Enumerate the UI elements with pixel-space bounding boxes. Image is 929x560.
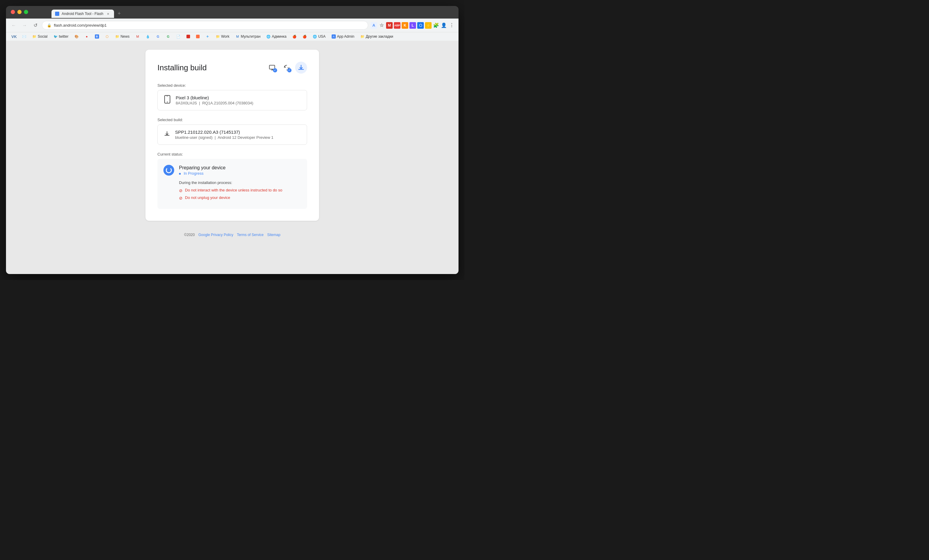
bookmark-news-label: News	[121, 34, 130, 38]
bookmark-usa-label: USA	[318, 34, 326, 38]
privacy-link[interactable]: Google Privacy Policy	[198, 233, 233, 237]
tabs-bar: Android Flash Tool - Flash ✕ +	[52, 9, 124, 18]
bookmark-redsq[interactable]	[184, 34, 192, 39]
active-tab[interactable]: Android Flash Tool - Flash ✕	[52, 9, 114, 18]
browser-window: Android Flash Tool - Flash ✕ + ← → ↺ 🔒 f…	[6, 6, 458, 274]
build-name: SPP1.210122.020.A3 (7145137)	[175, 130, 274, 135]
status-dot	[179, 173, 181, 175]
bookmarks-bar: VK ✉️ 📁 Social 🐦 twitter 🎨 ● B ⬡ 📁 News	[6, 32, 458, 41]
new-tab-button[interactable]: +	[115, 9, 124, 18]
warning-icon-2: ⊘	[179, 196, 182, 200]
bookmark-twitter-label: twitter	[59, 34, 69, 38]
bookmark-appadmin[interactable]: A App Admin	[329, 34, 357, 40]
admin-globe-icon: 🌐	[266, 34, 271, 38]
warning-icon-1: ⊘	[179, 188, 182, 193]
status-subtitle: In Progress	[179, 171, 226, 176]
bookmark-orange-sq[interactable]	[194, 34, 202, 39]
warning-item-1: ⊘ Do not interact with the device unless…	[179, 188, 301, 193]
bookmark-social[interactable]: 📁 Social	[30, 34, 50, 40]
doc-icon: 📄	[176, 34, 181, 38]
page-title: Installing build	[158, 63, 207, 72]
status-section: Preparing your device In Progress During…	[158, 159, 307, 209]
screen-action-button[interactable]: ✓	[266, 62, 278, 73]
bookmark-multitran[interactable]: M Мультитран	[233, 34, 263, 40]
address-bar[interactable]: 🔒 flash.android.com/preview/dp1	[42, 21, 368, 30]
water-icon: 💧	[146, 34, 150, 38]
bookmark-g2[interactable]: G	[164, 34, 173, 40]
back-button[interactable]: ←	[9, 21, 18, 30]
bookmark-icon[interactable]: ☆	[378, 22, 385, 29]
bookmark-multitran-label: Мультитран	[241, 34, 261, 38]
gmail2-icon: M	[136, 34, 140, 38]
extensions-icon[interactable]: 🧩	[433, 22, 439, 29]
bookmark-work[interactable]: 📁 Work	[213, 34, 232, 40]
warning-text-1: Do not interact with the device unless i…	[185, 188, 282, 192]
build-separator: |	[214, 135, 218, 140]
close-button[interactable]	[11, 10, 15, 14]
bookmark-water[interactable]: 💧	[143, 34, 152, 40]
maximize-button[interactable]	[24, 10, 28, 14]
device-name: Pixel 3 (blueline)	[176, 95, 301, 100]
bookmark-orange[interactable]: ⬡	[103, 34, 112, 40]
bookmark-work-label: Work	[221, 34, 230, 38]
adblock-icon[interactable]: ABP	[394, 22, 400, 29]
nav-extension-actions: A ☆ M ABP K L ⬡ ⚡ 🧩 👤 ⋮	[371, 22, 455, 29]
screen-badge: ✓	[273, 68, 277, 72]
main-card: Installing build ✓ ✓	[146, 50, 319, 221]
bookmark-gmail[interactable]: ✉️	[20, 34, 29, 40]
apple1-icon: 🍎	[293, 34, 297, 38]
profile-icon[interactable]: 👤	[440, 22, 447, 29]
vk-icon: VK	[12, 34, 16, 38]
bookmark-usa[interactable]: 🌐 USA	[310, 34, 328, 40]
menu-icon[interactable]: ⋮	[448, 22, 455, 29]
device-box: Pixel 3 (blueline) 8A3X0LHJS | RQ1A.2102…	[158, 90, 307, 110]
bookmark-vk[interactable]: VK	[9, 34, 18, 40]
bookmark-g1[interactable]: G	[153, 34, 162, 40]
page-footer: ©2020 Google Privacy Policy Terms of Ser…	[181, 230, 284, 240]
sync-badge: ✓	[287, 68, 291, 72]
reload-button[interactable]: ↺	[31, 21, 40, 30]
build-meta: blueline-user (signed) | Android 12 Deve…	[175, 135, 274, 140]
sitemap-link[interactable]: Sitemap	[267, 233, 281, 237]
bookmark-other[interactable]: 📁 Другие закладки	[358, 34, 396, 40]
gmail-ext-icon[interactable]: M	[386, 22, 392, 29]
green-ext-icon[interactable]: ⬡	[417, 22, 424, 29]
warning-item-2: ⊘ Do not unplug your device	[179, 195, 301, 200]
g2-icon: G	[166, 34, 170, 38]
footer-copyright: ©2020	[184, 233, 195, 237]
bookmark-telegram[interactable]: ✈	[203, 34, 212, 40]
selected-build-label: Selected build:	[158, 118, 307, 122]
bookmark-admin[interactable]: 🌐 Админка	[264, 34, 289, 40]
bookmark-color[interactable]: 🎨	[72, 34, 81, 40]
download-action-button[interactable]	[295, 62, 307, 73]
tab-close-button[interactable]: ✕	[106, 11, 110, 16]
forward-button[interactable]: →	[20, 21, 29, 30]
terms-link[interactable]: Terms of Service	[237, 233, 264, 237]
twitter-icon: 🐦	[54, 34, 58, 38]
red-icon: ●	[85, 34, 89, 38]
tab-favicon	[55, 12, 59, 16]
k-ext-icon[interactable]: K	[402, 22, 408, 29]
bookmark-doc[interactable]: 📄	[174, 34, 183, 40]
telegram-icon: ✈	[205, 34, 210, 38]
bookmark-apple1[interactable]: 🍎	[290, 34, 299, 40]
bookmark-news[interactable]: 📁 News	[113, 34, 132, 40]
device-meta: 8A3X0LHJS | RQ1A.210205.004 (7038034)	[176, 101, 301, 105]
bookmark-b[interactable]: B	[92, 34, 101, 40]
sync-action-button[interactable]: ✓	[281, 62, 293, 73]
bookmark-gmail2[interactable]: M	[133, 34, 142, 40]
color-icon: 🎨	[75, 34, 79, 38]
status-spinner	[163, 165, 174, 176]
l-ext-icon[interactable]: L	[409, 22, 416, 29]
minimize-button[interactable]	[17, 10, 21, 14]
yellow-ext-icon[interactable]: ⚡	[425, 22, 432, 29]
other-folder-icon: 📁	[360, 34, 365, 38]
bookmark-apple2[interactable]: 🍎	[300, 34, 309, 40]
work-folder-icon: 📁	[216, 34, 220, 38]
device-build-id: RQ1A.210205.004 (7038034)	[202, 101, 253, 105]
status-subtitle-text: In Progress	[184, 171, 204, 176]
bookmark-red[interactable]: ●	[82, 34, 91, 40]
translate-icon[interactable]: A	[371, 22, 377, 29]
current-status-label: Current status:	[158, 152, 307, 156]
bookmark-twitter[interactable]: 🐦 twitter	[51, 34, 71, 40]
